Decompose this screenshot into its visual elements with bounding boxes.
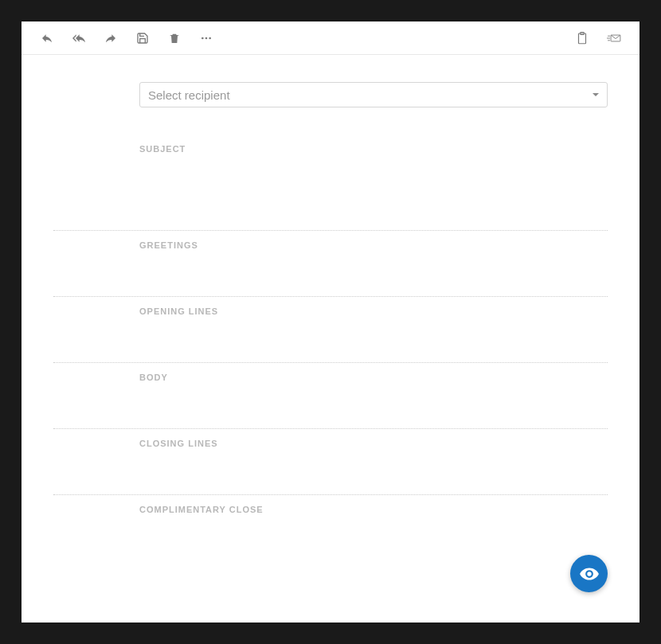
save-icon (136, 32, 149, 45)
toolbar (22, 21, 639, 55)
divider (53, 230, 608, 231)
closing-lines-input-area[interactable] (139, 448, 608, 494)
svg-point-2 (209, 37, 211, 39)
recipient-select[interactable]: Select recipient (139, 82, 608, 107)
trash-icon (168, 32, 181, 45)
divider (53, 296, 608, 297)
clipboard-button[interactable] (566, 22, 598, 54)
closing-lines-label: CLOSING LINES (139, 439, 608, 448)
subject-section: SUBJECT (139, 144, 608, 230)
toolbar-right-group (566, 22, 630, 54)
form-area: Select recipient SUBJECT GREETINGS OPENI… (139, 82, 608, 560)
send-icon (607, 31, 621, 45)
reply-icon (41, 32, 53, 45)
reply-button[interactable] (31, 22, 63, 54)
reply-all-button[interactable] (63, 22, 95, 54)
body-label: BODY (139, 373, 608, 382)
greetings-section: GREETINGS (139, 240, 608, 296)
clipboard-icon (575, 31, 589, 45)
complimentary-close-label: COMPLIMENTARY CLOSE (139, 505, 608, 514)
subject-input-area[interactable] (139, 154, 608, 230)
opening-lines-section: OPENING LINES (139, 306, 608, 362)
divider (53, 428, 608, 429)
recipient-field: Select recipient (139, 82, 608, 107)
svg-point-1 (205, 37, 208, 39)
greetings-input-area[interactable] (139, 250, 608, 296)
svg-point-0 (201, 37, 204, 39)
complimentary-close-input-area[interactable] (139, 514, 608, 560)
complimentary-close-section: COMPLIMENTARY CLOSE (139, 505, 608, 560)
save-button[interactable] (127, 22, 158, 54)
preview-fab[interactable] (570, 555, 608, 592)
divider (53, 494, 608, 495)
app-window: Select recipient SUBJECT GREETINGS OPENI… (22, 21, 639, 623)
more-button[interactable] (190, 22, 222, 54)
reply-all-icon (72, 32, 85, 45)
body-section: BODY (139, 373, 608, 428)
greetings-label: GREETINGS (139, 240, 608, 250)
subject-label: SUBJECT (139, 144, 608, 154)
toolbar-left-group (31, 22, 222, 54)
forward-button[interactable] (95, 22, 127, 54)
delete-button[interactable] (158, 22, 190, 54)
chevron-down-icon (593, 93, 599, 96)
opening-lines-label: OPENING LINES (139, 306, 608, 316)
send-button[interactable] (598, 22, 630, 54)
body-input-area[interactable] (139, 382, 608, 428)
more-icon (200, 32, 213, 45)
opening-lines-input-area[interactable] (139, 316, 608, 362)
divider (53, 362, 608, 363)
closing-lines-section: CLOSING LINES (139, 439, 608, 494)
content-area: Select recipient SUBJECT GREETINGS OPENI… (22, 55, 639, 623)
eye-icon (579, 564, 600, 584)
forward-icon (104, 32, 117, 45)
recipient-placeholder: Select recipient (148, 88, 230, 102)
